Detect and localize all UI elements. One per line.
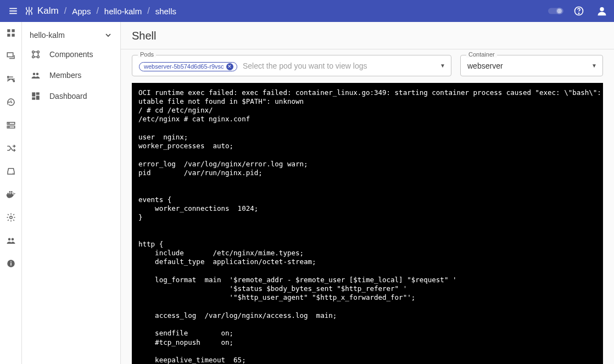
svg-point-31 [10, 261, 12, 262]
brand-name: Kalm [37, 5, 59, 16]
pod-chip-label: webserver-5b574d6d65-r9vsc [144, 63, 224, 70]
svg-rect-25 [11, 191, 13, 193]
sidebar-item-label: Dashboard [49, 92, 87, 100]
members-icon [30, 70, 42, 80]
svg-rect-12 [12, 34, 14, 37]
svg-point-34 [32, 56, 35, 58]
svg-point-15 [13, 81, 14, 82]
rail-members-icon[interactable] [4, 234, 18, 247]
svg-point-7 [578, 13, 579, 14]
dashboard-icon [30, 91, 42, 101]
svg-rect-30 [10, 263, 12, 266]
theme-toggle-icon[interactable] [548, 3, 563, 19]
pod-chip-remove-icon[interactable]: ✕ [226, 63, 233, 70]
sidebar-item-label: Components [49, 50, 93, 59]
breadcrumb-app[interactable]: hello-kalm [104, 7, 142, 16]
svg-point-18 [8, 123, 9, 124]
svg-point-35 [37, 56, 40, 58]
main-content: Shell Pods webserver-5b574d6d65-r9vsc ✕ … [121, 22, 614, 364]
svg-rect-24 [9, 191, 10, 193]
breadcrumb-apps[interactable]: Apps [72, 7, 91, 16]
topbar: Kalm / Apps / hello-kalm / shells [0, 0, 614, 22]
svg-rect-21 [7, 193, 9, 195]
svg-rect-13 [7, 53, 13, 57]
container-field-label: Container [466, 51, 497, 58]
breadcrumb-sep: / [96, 6, 98, 16]
app-selector[interactable]: hello-kalm [22, 26, 120, 44]
rail-network-icon[interactable] [4, 72, 18, 86]
rail-history-icon[interactable] [4, 96, 18, 109]
chevron-down-icon [104, 31, 113, 40]
svg-point-33 [37, 51, 40, 53]
svg-point-20 [13, 173, 14, 174]
page-title: Shell [121, 22, 614, 49]
user-icon[interactable] [594, 3, 610, 19]
pod-selector[interactable]: Pods webserver-5b574d6d65-r9vsc ✕ Select… [132, 55, 451, 76]
breadcrumb-section[interactable]: shells [155, 7, 176, 16]
svg-point-27 [8, 238, 10, 241]
pod-placeholder: Select the pod you want to view logs [243, 61, 367, 70]
container-value: webserver [467, 61, 503, 70]
svg-point-26 [9, 216, 12, 219]
svg-rect-11 [7, 34, 10, 37]
svg-rect-22 [9, 193, 10, 195]
dropdown-icon: ▼ [591, 63, 597, 69]
menu-button[interactable] [4, 2, 22, 20]
svg-point-37 [36, 73, 39, 76]
rail-storage-icon[interactable] [4, 119, 18, 132]
rail-settings-icon[interactable] [4, 211, 18, 224]
sidebar-item-label: Members [49, 71, 81, 80]
rail-docker-icon[interactable] [4, 188, 18, 201]
svg-rect-10 [12, 29, 14, 32]
svg-rect-38 [32, 92, 35, 97]
rail-disk-icon[interactable] [4, 165, 18, 178]
svg-point-32 [32, 51, 35, 53]
svg-point-14 [7, 76, 8, 77]
sidebar-item-members[interactable]: Members [22, 65, 120, 86]
sidebar-item-components[interactable]: Components [22, 44, 120, 65]
icon-rail [0, 22, 22, 364]
svg-point-28 [11, 238, 14, 241]
sidebar-item-dashboard[interactable]: Dashboard [22, 86, 120, 107]
breadcrumb-sep: / [147, 6, 149, 16]
svg-rect-40 [32, 97, 35, 100]
pod-field-label: Pods [138, 51, 156, 58]
svg-point-36 [33, 73, 36, 76]
rail-info-icon[interactable] [4, 257, 18, 270]
app-selector-label: hello-kalm [30, 31, 65, 40]
terminal-output[interactable]: OCI runtime exec failed: exec failed: co… [132, 83, 603, 365]
svg-rect-39 [36, 92, 40, 95]
components-icon [30, 49, 42, 59]
svg-point-19 [8, 127, 9, 127]
svg-point-8 [600, 7, 604, 12]
sidebar: hello-kalm Components Members Dashboard [22, 22, 121, 364]
dropdown-icon: ▼ [440, 63, 445, 69]
svg-rect-23 [11, 193, 13, 195]
brand-logo[interactable]: Kalm [24, 5, 59, 16]
terminal-text: OCI runtime exec failed: exec failed: co… [138, 88, 603, 365]
help-icon[interactable] [571, 3, 587, 19]
svg-rect-9 [7, 29, 10, 32]
breadcrumb-sep: / [64, 6, 66, 16]
pod-chip[interactable]: webserver-5b574d6d65-r9vsc ✕ [139, 62, 237, 71]
rail-shuffle-icon[interactable] [4, 142, 18, 155]
rail-config-icon[interactable] [4, 49, 18, 63]
svg-rect-41 [36, 96, 40, 100]
rail-apps-icon[interactable] [4, 26, 18, 40]
container-selector[interactable]: Container webserver ▼ [460, 55, 603, 76]
